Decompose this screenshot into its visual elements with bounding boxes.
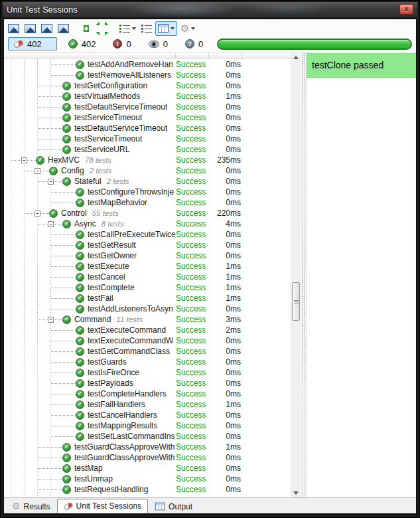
snapshot-image-button-4[interactable] [56,21,71,36]
tree-connector [40,213,49,214]
collapse-expander-icon[interactable] [48,221,54,227]
test-row[interactable]: ✓testRequestHandlingSuccess0ms [4,484,301,495]
test-row[interactable]: ✓testServiceURLSuccess0ms [4,144,301,155]
test-row[interactable]: ✓testCancelHandlersSuccess0ms [4,410,301,420]
test-row[interactable]: ✓testCompleteSuccess1ms [4,282,301,293]
test-row[interactable]: ✓testPayloadsSuccess0ms [4,378,301,388]
time-cell: 0ms [206,145,241,154]
test-name: testIsFireOnce [88,368,139,377]
test-row[interactable]: ✓testMapBehaviorSuccess0ms [4,197,301,208]
test-row[interactable]: ✓testRemoveAllListenersSuccess0ms [4,70,301,80]
snapshot-image-button-1[interactable] [6,21,21,36]
test-row[interactable]: ✓testAddListenersToAsynSuccess0ms [4,303,301,314]
test-row[interactable]: ✓testUnmapSuccess0ms [4,474,301,484]
test-row[interactable]: ✓testConfigureThrowsInjeSuccess0ms [4,187,301,197]
tab-results[interactable]: ⚙ Results [5,499,57,513]
test-group-row[interactable]: ✓Control55 testsSuccess220ms [4,208,301,218]
test-row[interactable]: ✓testGetResultSuccess0ms [4,240,301,250]
test-row[interactable]: ✓textExecuteCommandWSuccess0ms [4,335,301,346]
snapshot-image-button-3[interactable] [39,21,54,36]
test-row[interactable]: ✓testDefaultServiceTimeoutSuccess0ms [4,102,301,112]
test-group-row[interactable]: ✓HexMVC78 testsSuccess235ms [4,155,301,165]
time-cell: 0ms [206,474,241,483]
test-row[interactable]: ✓testMappingResultsSuccess0ms [4,420,301,431]
column-header-strip[interactable] [4,53,301,59]
test-row[interactable]: ✓testFailSuccess1ms [4,293,301,303]
tab-output[interactable]: Output [148,499,199,513]
test-row[interactable]: ✓testCancelSuccess1ms [4,272,301,282]
sort-list-button[interactable] [139,21,154,36]
tree-vertical-scrollbar[interactable] [291,53,301,497]
triangle-up-icon [293,56,299,59]
title-bar[interactable]: Unit Test Sessions x [3,2,417,17]
options-button[interactable]: ⚙ [178,21,197,36]
test-row[interactable]: ✓testIsFireOnceSuccess0ms [4,367,301,378]
row-content: ✓testGuards [4,357,176,367]
filter-passed-tests[interactable]: ✓ 402 [62,37,102,50]
collapse-all-button[interactable] [95,21,109,36]
test-group-row[interactable]: ✓Stateful2 testsSuccess0ms [4,176,301,187]
test-row[interactable]: ✓testGetCommandClassSuccess0ms [4,346,301,357]
filter-failed-tests[interactable]: ! 0 [107,37,137,50]
test-group-row[interactable]: ✓Async8 testsSuccess4ms [4,218,301,229]
test-row[interactable]: ✓testSetLastCommandInsSuccess0ms [4,431,301,442]
test-row[interactable]: ✓testVirtualMethodsSuccess1ms [4,91,301,102]
test-row[interactable]: ✓testDefaultServiceTimeoutSuccess0ms [4,123,301,133]
test-row[interactable]: ✓testExecuteSuccess1ms [4,261,301,272]
scroll-down-button[interactable] [291,489,301,497]
test-count: 8 tests [102,220,124,228]
status-cell: Success [176,357,208,367]
tab-unit-test-sessions[interactable]: Unit Test Sessions [57,499,149,513]
collapse-expander-icon[interactable] [21,157,27,163]
test-group-row[interactable]: ✓Command11 testsSuccess3ms [4,314,301,325]
test-row[interactable]: ✓textExecuteCommandSuccess2ms [4,325,301,335]
collapse-expander-icon[interactable] [35,211,40,216]
test-row[interactable]: ✓testGuardClassApproveWithSuccess0ms [4,452,301,463]
test-row[interactable]: ✓testGuardClassApproveWithSuccess1ms [4,442,301,452]
collapse-expander-icon[interactable] [35,168,40,174]
unit-test-sessions-window: Unit Test Sessions x ⚙ 402 ✓ [0,0,420,518]
collapse-expander-icon[interactable] [48,317,54,323]
triangle-down-icon [293,491,299,495]
test-row[interactable]: ✓testMapSuccess0ms [4,463,301,474]
time-cell: 0ms [206,336,241,345]
image-icon [41,24,52,33]
row-content: ✓testGetCommandClass [4,346,176,357]
test-row[interactable]: ✓testAddAndRemoveHanSuccess0ms [4,59,301,70]
success-check-icon: ✓ [62,92,71,101]
test-row[interactable]: ✓testServiceTimeoutSuccess0ms [4,112,301,123]
status-cell: Success [176,315,208,324]
main-area: ✓testAddAndRemoveHanSuccess0ms✓testRemov… [4,52,416,497]
test-row[interactable]: ✓testGetConfigurationSuccess0ms [4,80,301,91]
test-row[interactable]: ✓testFailHandlersSuccess1ms [4,399,301,410]
row-content: ✓testExecute [4,261,176,272]
scrollbar-thumb[interactable] [292,282,300,321]
time-cell: 0ms [206,70,241,80]
expand-all-button[interactable] [79,21,94,36]
close-button[interactable]: x [399,4,413,15]
numbered-list-icon [141,24,152,33]
table-view-button[interactable] [155,21,177,36]
test-row[interactable]: ✓testGetOwnerSuccess0ms [4,250,301,261]
test-name: testMap [74,464,103,473]
success-check-icon: ✓ [76,411,84,420]
test-row[interactable]: ✓testServiceTimeoutSuccess0ms [4,133,301,144]
ignored-count: 0 [163,39,168,49]
pane-splitter[interactable] [301,53,306,497]
snapshot-image-button-2[interactable] [23,21,38,36]
group-by-button[interactable] [117,21,138,36]
success-check-icon: ✓ [76,199,84,207]
question-icon: ? [185,39,194,48]
filter-all-tests[interactable]: 402 [8,37,57,50]
test-name: textExecuteCommand [88,325,166,335]
status-cell: Success [176,389,208,398]
status-cell: Success [176,368,208,377]
scroll-up-button[interactable] [291,53,301,62]
test-row[interactable]: ✓testCallPreExecuteTwiceSuccess0ms [4,229,301,240]
test-group-row[interactable]: ✓Config2 testsSuccess0ms [4,165,301,176]
filter-inconclusive-tests[interactable]: ? 0 [179,37,209,50]
collapse-expander-icon[interactable] [48,179,54,185]
test-row[interactable]: ✓testGuardsSuccess0ms [4,357,301,367]
filter-ignored-tests[interactable]: 0 [143,37,174,50]
test-row[interactable]: ✓testCompleteHandlersSuccess0ms [4,388,301,399]
